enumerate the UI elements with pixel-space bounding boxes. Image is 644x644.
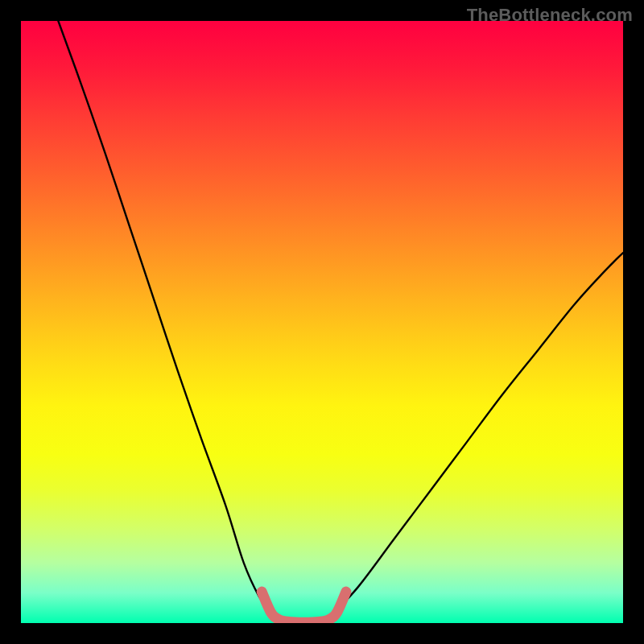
chart-frame: TheBottleneck.com (0, 0, 644, 644)
watermark-text: TheBottleneck.com (467, 5, 633, 26)
series-right-curve (334, 253, 623, 613)
curve-layer (21, 21, 623, 623)
plot-area (21, 21, 623, 623)
series-left-curve (58, 21, 270, 613)
series-valley-highlight (262, 592, 346, 622)
